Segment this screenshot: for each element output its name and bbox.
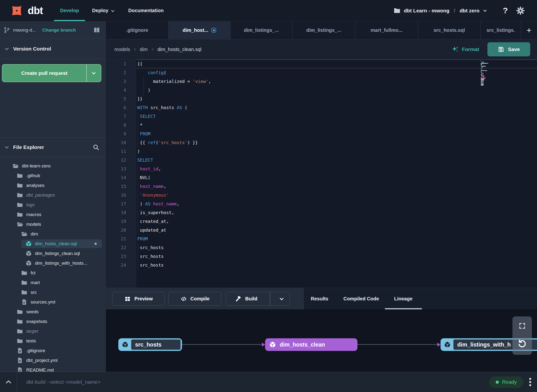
build-menu-button[interactable]: [274, 296, 290, 302]
save-button[interactable]: Save: [487, 42, 530, 56]
file-tree-item[interactable]: src: [0, 287, 105, 297]
file-tree-item[interactable]: dbt-learn-zero: [0, 161, 105, 171]
code-line[interactable]: NVL(: [136, 173, 537, 182]
compile-button[interactable]: Compile: [168, 292, 221, 306]
new-tab-button[interactable]: +: [521, 21, 537, 39]
file-tree-label: dim_listings_clean.sql: [35, 251, 80, 256]
file-tree-item[interactable]: snapshots: [0, 317, 105, 326]
code-line[interactable]: }}: [136, 95, 537, 103]
tab-lineage[interactable]: Lineage: [394, 288, 413, 309]
editor-tab[interactable]: src_listings.: [481, 21, 521, 39]
lineage-canvas[interactable]: src_hostsdim_hosts_cleandim_listings_wit…: [106, 309, 537, 372]
refresh-icon[interactable]: [517, 339, 527, 348]
file-tree-item[interactable]: target: [0, 326, 105, 336]
help-button[interactable]: ?: [503, 6, 508, 15]
kebab-menu-icon[interactable]: [529, 378, 531, 386]
search-icon[interactable]: [92, 144, 100, 151]
file-tree-item[interactable]: seeds: [0, 307, 105, 317]
editor-tab[interactable]: .gitignore: [106, 21, 169, 39]
code-line[interactable]: config(: [136, 68, 537, 77]
code-line[interactable]: src_hosts: [136, 261, 537, 270]
nav-item-deploy[interactable]: Deploy: [86, 0, 122, 21]
file-tree-item[interactable]: macros: [0, 210, 105, 219]
code-line[interactable]: host_id,: [136, 165, 537, 173]
code-line[interactable]: updated_at: [136, 226, 537, 235]
code-lines[interactable]: {{ config( materialized = 'view', )}}WIT…: [136, 60, 537, 288]
code-line[interactable]: {{ ref('src_hosts') }}: [136, 138, 537, 147]
code-line[interactable]: created_at,: [136, 217, 537, 226]
command-input[interactable]: dbt build --select <model_name>: [17, 379, 489, 385]
dbt-logo[interactable]: dbt: [0, 3, 43, 18]
code-line[interactable]: ) AS host_name,: [136, 200, 537, 208]
panel-toggle-button[interactable]: [0, 372, 17, 392]
editor-tab[interactable]: src_hosts.sql: [418, 21, 481, 39]
create-pull-request-button[interactable]: Create pull request: [2, 64, 101, 82]
build-main[interactable]: Build: [226, 296, 266, 302]
editor-tab[interactable]: dim_listings_...: [293, 21, 355, 39]
fullscreen-icon[interactable]: [519, 322, 526, 330]
version-control-header[interactable]: Version Control: [0, 39, 105, 59]
editor-tab[interactable]: mart_fullmo...: [355, 21, 418, 39]
status-badge[interactable]: Ready: [489, 376, 523, 388]
editor-tab[interactable]: dim_listings_...: [231, 21, 293, 39]
file-tree-item[interactable]: dim: [0, 229, 105, 239]
tab-results[interactable]: Results: [311, 288, 328, 309]
file-tree-item[interactable]: .github: [0, 171, 105, 181]
file-tree-item[interactable]: models: [0, 219, 105, 229]
code-line[interactable]: ): [136, 86, 537, 95]
nav-item-documentation[interactable]: Documentation: [122, 0, 170, 21]
code-line[interactable]: SELECT: [136, 156, 537, 165]
code-line[interactable]: {{: [136, 60, 537, 68]
change-branch-link[interactable]: Change branch: [42, 27, 76, 33]
file-tree-item[interactable]: dbt_packages: [0, 190, 105, 200]
code-line[interactable]: FROM: [136, 235, 537, 243]
file-tree-item[interactable]: dim_listings_clean.sql: [0, 249, 105, 258]
file-tree-item[interactable]: .gitignore: [0, 346, 105, 356]
file-tree-item[interactable]: dim_listings_with_hosts...: [0, 258, 105, 268]
nav-item-label: Deploy: [92, 8, 108, 13]
code-line[interactable]: ): [136, 147, 537, 156]
file-tree-label: fct: [31, 270, 35, 276]
tab-compiled-code[interactable]: Compiled Code: [343, 288, 379, 309]
project-picker[interactable]: dbt Learn - mwong / dbt zero: [393, 7, 488, 15]
file-tree-item[interactable]: dbt_project.yml: [0, 356, 105, 365]
lineage-controls: [512, 316, 532, 355]
file-tree-label: dim: [31, 231, 38, 237]
code-line[interactable]: src_hosts: [136, 252, 537, 261]
file-tree-item[interactable]: fct: [0, 268, 105, 278]
lineage-node-dim_hosts_clean[interactable]: dim_hosts_clean: [265, 338, 357, 351]
code-line[interactable]: is_superhost,: [136, 208, 537, 217]
file-tree-item[interactable]: logs: [0, 200, 105, 210]
file-tree-item[interactable]: tests: [0, 336, 105, 346]
status-dot: [496, 381, 499, 384]
file-explorer-header[interactable]: File Explorer: [0, 137, 105, 157]
code-line[interactable]: WITH src_hosts AS (: [136, 103, 537, 112]
format-button[interactable]: Format: [452, 46, 479, 53]
docs-book-icon[interactable]: [93, 26, 101, 34]
code-line[interactable]: materialized = 'view',: [136, 77, 537, 86]
lineage-node-src_hosts[interactable]: src_hosts: [118, 338, 182, 351]
code-line[interactable]: SELECT: [136, 112, 537, 121]
code-line[interactable]: *: [136, 121, 537, 130]
code-line[interactable]: src_hosts: [136, 243, 537, 252]
line-number: 15: [106, 182, 136, 191]
line-number: 9: [106, 130, 136, 138]
file-tree-item[interactable]: dim_hosts_clean.sql: [0, 239, 105, 249]
code-line[interactable]: 'Anonymous': [136, 191, 537, 200]
file-tree-item[interactable]: analyses: [0, 181, 105, 190]
folder-icon: [17, 318, 23, 325]
code-line[interactable]: host_name,: [136, 182, 537, 191]
folder-icon: [17, 182, 23, 189]
minimap[interactable]: [481, 61, 495, 86]
file-tree-item[interactable]: sources.yml: [0, 297, 105, 307]
pull-request-menu-button[interactable]: [87, 65, 101, 82]
gear-icon[interactable]: [516, 6, 525, 15]
build-button[interactable]: Build: [226, 292, 290, 306]
nav-item-develop[interactable]: Develop: [53, 0, 86, 21]
file-tree-item[interactable]: mart: [0, 278, 105, 287]
code-line[interactable]: FROM: [136, 130, 537, 138]
preview-button[interactable]: Preview: [112, 292, 165, 306]
file-tree-item[interactable]: README.md: [0, 365, 105, 372]
editor-tab[interactable]: dim_host...: [169, 21, 231, 39]
code-editor[interactable]: 123456789101112131415161718192021222324 …: [106, 60, 537, 288]
